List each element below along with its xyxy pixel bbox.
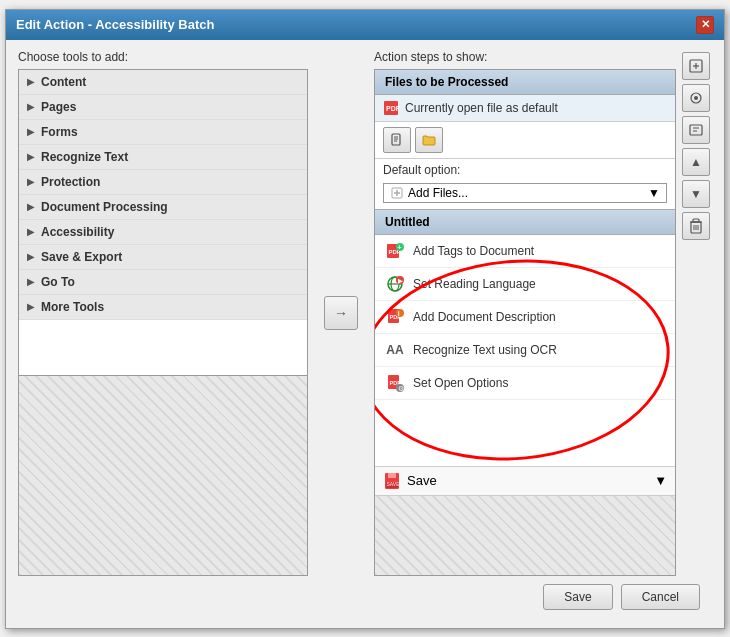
close-button[interactable]: ✕	[696, 16, 714, 34]
svg-rect-27	[388, 473, 396, 478]
trash-icon	[689, 218, 703, 234]
sidebar-item-label: Save & Export	[41, 250, 122, 264]
sidebar-action-btn-3[interactable]	[682, 116, 710, 144]
sidebar-delete-button[interactable]	[682, 212, 710, 240]
sidebar-item-label: Forms	[41, 125, 78, 139]
arrow-section: →	[316, 50, 366, 576]
sidebar-move-down-button[interactable]: ▼	[682, 180, 710, 208]
svg-text:▶: ▶	[398, 277, 403, 283]
folder-icon	[422, 133, 436, 147]
add-arrow-button[interactable]: →	[324, 296, 358, 330]
action-item-add-doc-description[interactable]: PDF i Add Document Description	[375, 301, 675, 334]
save-dropdown-arrow[interactable]: ▼	[654, 473, 667, 488]
set-open-options-icon: PDF ⚙	[385, 373, 405, 393]
arrow-icon: ▶	[27, 76, 35, 87]
reading-language-icon: ▶	[385, 274, 405, 294]
dialog-title: Edit Action - Accessibility Batch	[16, 17, 214, 32]
arrow-icon: ▶	[27, 251, 35, 262]
action-item-set-open-options[interactable]: PDF ⚙ Set Open Options	[375, 367, 675, 400]
action-item-label: Set Open Options	[413, 376, 508, 390]
action-item-label: Add Document Description	[413, 310, 556, 324]
sidebar-icon-1	[688, 58, 704, 74]
action-item-label: Set Reading Language	[413, 277, 536, 291]
dropdown-arrow-icon: ▼	[648, 186, 660, 200]
right-area: Action steps to show: Files to be Proces…	[374, 50, 712, 576]
dialog: Edit Action - Accessibility Batch ✕ Choo…	[5, 9, 725, 629]
sidebar-item-recognize-text[interactable]: ▶ Recognize Text	[19, 145, 307, 170]
sidebar-item-save-export[interactable]: ▶ Save & Export	[19, 245, 307, 270]
new-file-button[interactable]	[383, 127, 411, 153]
right-sidebar: ▲ ▼	[682, 50, 712, 576]
action-item-set-reading-language[interactable]: ▶ Set Reading Language	[375, 268, 675, 301]
bottom-hatched-area	[375, 495, 675, 575]
pdf-icon: PDF	[383, 100, 399, 116]
add-files-dropdown[interactable]: Add Files... ▼	[383, 183, 667, 203]
tools-list: ▶ Content ▶ Pages ▶ Forms ▶ Recognize Te…	[18, 69, 308, 376]
sidebar-item-label: More Tools	[41, 300, 104, 314]
dialog-body: Choose tools to add: ▶ Content ▶ Pages ▶…	[6, 40, 724, 628]
svg-text:PDF: PDF	[386, 105, 399, 112]
new-file-icon	[390, 133, 404, 147]
arrow-icon: ▶	[27, 101, 35, 112]
sidebar-action-btn-2[interactable]	[682, 84, 710, 112]
svg-rect-35	[690, 125, 702, 135]
sidebar-item-accessibility[interactable]: ▶ Accessibility	[19, 220, 307, 245]
sidebar-item-more-tools[interactable]: ▶ More Tools	[19, 295, 307, 320]
svg-text:SAVE: SAVE	[387, 481, 401, 487]
title-bar: Edit Action - Accessibility Batch ✕	[6, 10, 724, 40]
sidebar-action-btn-1[interactable]	[682, 52, 710, 80]
open-folder-button[interactable]	[415, 127, 443, 153]
sidebar-item-content[interactable]: ▶ Content	[19, 70, 307, 95]
left-panel: Choose tools to add: ▶ Content ▶ Pages ▶…	[18, 50, 308, 576]
untitled-section: Untitled PDF	[375, 210, 675, 575]
default-option-label: Default option:	[383, 163, 460, 177]
sidebar-icon-2	[688, 90, 704, 106]
left-panel-bottom	[18, 376, 308, 576]
right-section: Action steps to show: Files to be Proces…	[374, 50, 676, 576]
files-section: Files to be Processed PDF Currently open…	[375, 70, 675, 210]
currently-open-row[interactable]: PDF Currently open file as default	[375, 95, 675, 122]
sidebar-item-forms[interactable]: ▶ Forms	[19, 120, 307, 145]
action-item-label: Add Tags to Document	[413, 244, 534, 258]
sidebar-item-label: Protection	[41, 175, 100, 189]
left-panel-label: Choose tools to add:	[18, 50, 308, 64]
svg-point-34	[694, 96, 698, 100]
sidebar-item-document-processing[interactable]: ▶ Document Processing	[19, 195, 307, 220]
arrow-icon: ▶	[27, 176, 35, 187]
sidebar-item-go-to[interactable]: ▶ Go To	[19, 270, 307, 295]
action-items-list: PDF + Add Tags to Document	[375, 235, 675, 466]
sidebar-item-protection[interactable]: ▶ Protection	[19, 170, 307, 195]
cancel-button[interactable]: Cancel	[621, 584, 700, 610]
svg-text:i: i	[398, 309, 400, 316]
action-item-add-tags[interactable]: PDF + Add Tags to Document	[375, 235, 675, 268]
sidebar-item-pages[interactable]: ▶ Pages	[19, 95, 307, 120]
currently-open-label: Currently open file as default	[405, 101, 558, 115]
action-item-recognize-ocr[interactable]: AA Recognize Text using OCR	[375, 334, 675, 367]
sidebar-item-label: Accessibility	[41, 225, 114, 239]
svg-rect-40	[693, 219, 699, 222]
files-section-header: Files to be Processed	[375, 70, 675, 95]
save-item-label: Save	[407, 473, 437, 488]
add-files-icon	[390, 186, 404, 200]
sidebar-move-up-button[interactable]: ▲	[682, 148, 710, 176]
right-panel-label: Action steps to show:	[374, 50, 676, 64]
default-option-row: Default option:	[375, 159, 675, 181]
svg-text:⚙: ⚙	[398, 384, 404, 391]
save-button[interactable]: Save	[543, 584, 612, 610]
arrow-icon: ▶	[27, 226, 35, 237]
untitled-header: Untitled	[375, 210, 675, 235]
sidebar-icon-3	[688, 122, 704, 138]
sidebar-item-label: Document Processing	[41, 200, 168, 214]
arrow-icon: ▶	[27, 151, 35, 162]
sidebar-item-label: Content	[41, 75, 86, 89]
action-item-label: Recognize Text using OCR	[413, 343, 557, 357]
save-row: SAVE Save ▼	[375, 466, 675, 495]
sidebar-item-label: Pages	[41, 100, 76, 114]
arrow-icon: ▶	[27, 301, 35, 312]
svg-text:+: +	[398, 243, 402, 250]
add-files-label: Add Files...	[408, 186, 468, 200]
arrow-icon: ▶	[27, 276, 35, 287]
doc-description-icon: PDF i	[385, 307, 405, 327]
sidebar-item-label: Recognize Text	[41, 150, 128, 164]
save-item[interactable]: SAVE Save	[383, 472, 437, 490]
